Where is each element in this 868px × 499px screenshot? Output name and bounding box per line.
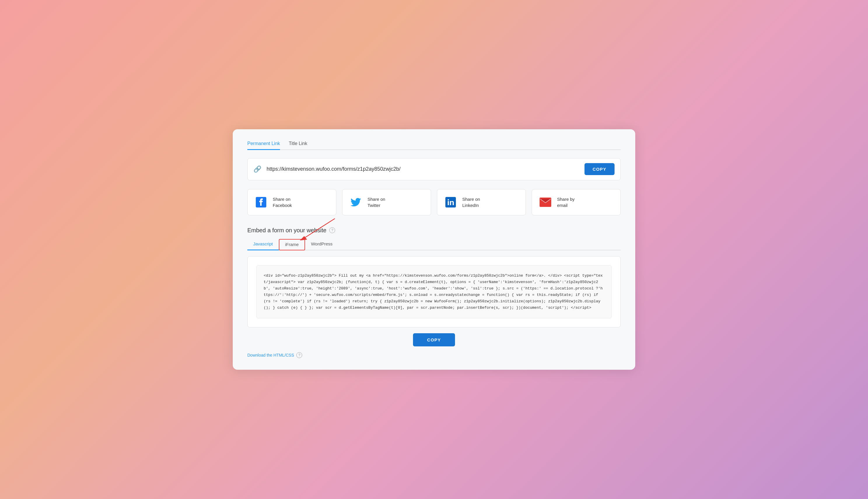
code-block[interactable]: <div id="wufoo-z1p2ay850zwjc2b"> Fill ou… [256, 265, 612, 319]
link-icon: 🔗 [253, 166, 261, 173]
download-html-link[interactable]: Download the HTML/CSS [247, 353, 294, 357]
copy-url-button[interactable]: COPY [584, 163, 615, 175]
tab-iframe[interactable]: iFrame [279, 239, 305, 251]
url-row: 🔗 https://kimstevenson.wufoo.com/forms/z… [247, 158, 621, 180]
tab-title-link[interactable]: Title Link [289, 141, 307, 150]
url-value: https://kimstevenson.wufoo.com/forms/z1p… [266, 166, 584, 172]
share-email-card[interactable]: Share byemail [532, 189, 621, 215]
share-twitter-card[interactable]: Share onTwitter [342, 189, 431, 215]
main-card: Permanent Link Title Link 🔗 https://kims… [233, 129, 635, 370]
embed-help-icon[interactable]: ? [329, 227, 335, 233]
facebook-icon [255, 196, 268, 209]
share-email-label: Share byemail [557, 196, 574, 208]
embed-title: Embed a form on your website [247, 227, 326, 234]
arrow-annotation: Javascript iFrame WordPress [247, 239, 621, 251]
embed-header: Embed a form on your website ? [247, 227, 621, 234]
footer-link-row: Download the HTML/CSS ? [247, 352, 621, 358]
share-linkedin-card[interactable]: Share onLinkedIn [437, 189, 526, 215]
share-facebook-label: Share onFacebook [273, 196, 292, 208]
share-row: Share onFacebook Share onTwitter Share o… [247, 189, 621, 215]
footer-help-icon[interactable]: ? [296, 352, 302, 358]
tab-javascript[interactable]: Javascript [247, 239, 279, 251]
share-linkedin-label: Share onLinkedIn [462, 196, 480, 208]
top-tabs: Permanent Link Title Link [247, 141, 621, 150]
copy-code-wrapper: COPY [247, 333, 621, 346]
share-facebook-card[interactable]: Share onFacebook [247, 189, 336, 215]
copy-code-button[interactable]: COPY [413, 333, 455, 346]
embed-section: Embed a form on your website ? Javascrip… [247, 227, 621, 358]
share-twitter-label: Share onTwitter [368, 196, 385, 208]
tab-permanent-link[interactable]: Permanent Link [247, 141, 280, 150]
email-icon [539, 196, 552, 209]
code-wrapper: <div id="wufoo-z1p2ay850zwjc2b"> Fill ou… [247, 256, 621, 328]
twitter-icon [349, 196, 362, 209]
embed-tabs: Javascript iFrame WordPress [247, 239, 621, 251]
linkedin-icon [444, 196, 457, 209]
tab-wordpress[interactable]: WordPress [305, 239, 338, 251]
